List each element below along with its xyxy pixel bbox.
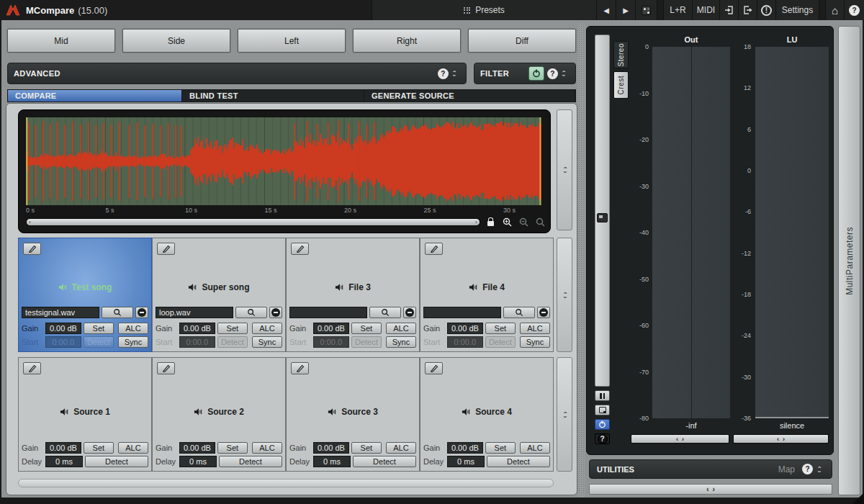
map-button[interactable]: Map [778, 464, 802, 474]
advanced-bar[interactable]: ADVANCED ? ›› [7, 63, 467, 84]
alc-button[interactable]: ALC [252, 442, 282, 454]
sync-button[interactable]: Sync [520, 336, 550, 348]
edit-button[interactable] [425, 362, 443, 374]
out-meter[interactable] [652, 47, 730, 418]
import-settings-button[interactable] [719, 0, 738, 20]
source-slot-2[interactable]: Source 2 Gain 0.00 dB Set ALC Delay 0 ms… [152, 357, 286, 472]
detect-button[interactable]: Detect [85, 456, 148, 467]
edit-button[interactable] [291, 243, 309, 255]
gain-value[interactable]: 0.00 dB [45, 323, 81, 334]
tab-blind-test[interactable]: BLIND TEST [182, 90, 364, 102]
waveform-scrollbar[interactable]: ‹ › [26, 218, 480, 226]
waveform-display[interactable] [26, 117, 541, 205]
filter-bar[interactable]: FILTER ? ›› [474, 63, 576, 84]
side-button[interactable]: Side [122, 29, 230, 53]
diff-button[interactable]: Diff [468, 29, 576, 53]
browse-file-button[interactable] [235, 307, 267, 318]
zoom-in-button[interactable] [501, 217, 513, 228]
file-name-input[interactable] [289, 307, 367, 318]
export-settings-button[interactable] [738, 0, 757, 20]
detect-button[interactable]: Detect [84, 336, 114, 348]
waveform-resize-strip[interactable]: ›› [557, 109, 572, 230]
file-slot-3[interactable]: File 3 Gain 0.00 dB Set ALC Start 0:00.0… [286, 238, 420, 352]
file-row-resize-strip[interactable]: ›› [557, 238, 572, 352]
source-slot-1[interactable]: Source 1 Gain 0.00 dB Set ALC Delay 0 ms… [18, 357, 152, 472]
remove-file-button[interactable] [403, 307, 416, 318]
lu-meter-scrollbar[interactable]: ‹› [733, 434, 829, 444]
file-name-input[interactable] [156, 307, 233, 318]
set-button[interactable]: Set [84, 442, 114, 454]
browse-file-button[interactable] [102, 307, 133, 318]
start-value[interactable]: 0:00.0 [45, 336, 81, 348]
filter-help-icon[interactable]: ? [547, 68, 558, 79]
alc-button[interactable]: ALC [118, 442, 148, 454]
alc-button[interactable]: ALC [520, 442, 550, 454]
file-slot-2[interactable]: Super song Gain 0.00 dB Set ALC Start 0:… [152, 238, 286, 352]
delay-value[interactable]: 0 ms [313, 456, 351, 467]
midi-button[interactable]: MIDI [692, 0, 719, 20]
meter-power-button[interactable] [595, 419, 610, 430]
start-value[interactable]: 0:00.0 [179, 336, 215, 348]
sync-button[interactable]: Sync [118, 336, 148, 348]
next-preset-button[interactable]: ▶ [616, 0, 635, 20]
panel-horizontal-scrollbar[interactable] [18, 479, 554, 487]
set-button[interactable]: Set [351, 442, 382, 454]
gain-value[interactable]: 0.00 dB [313, 442, 349, 454]
alc-button[interactable]: ALC [386, 442, 416, 454]
remove-file-button[interactable] [269, 307, 282, 318]
filter-collapse-control[interactable]: ›› [558, 69, 570, 78]
alc-button[interactable]: ALC [118, 323, 148, 334]
edit-button[interactable] [157, 243, 175, 255]
file-slot-1[interactable]: Test song Gain 0.00 dB Set ALC Start 0:0… [18, 238, 152, 352]
advanced-collapse-control[interactable]: ›› [449, 69, 460, 78]
edit-button[interactable] [157, 362, 175, 374]
sync-button[interactable]: Sync [386, 336, 416, 348]
settings-button[interactable]: Settings [775, 0, 819, 20]
alc-button[interactable]: ALC [386, 323, 416, 334]
gain-value[interactable]: 0.00 dB [447, 323, 483, 334]
gain-value[interactable]: 0.00 dB [45, 442, 81, 454]
delay-value[interactable]: 0 ms [179, 456, 217, 467]
gain-value[interactable]: 0.00 dB [447, 442, 483, 454]
meter-help-button[interactable]: ? [595, 433, 610, 444]
detect-button[interactable]: Detect [219, 456, 282, 467]
set-button[interactable]: Set [217, 442, 248, 454]
utilities-bar[interactable]: UTILITIES Map ? ›› [589, 459, 832, 479]
tab-compare[interactable]: COMPARE [8, 90, 182, 102]
start-value[interactable]: 0:00.0 [447, 336, 483, 348]
browse-file-button[interactable] [503, 307, 535, 318]
home-button[interactable]: ⌂ [825, 0, 844, 20]
slider-handle-icon[interactable] [597, 213, 608, 222]
set-button[interactable]: Set [84, 323, 114, 334]
remove-file-button[interactable] [537, 307, 550, 318]
browse-file-button[interactable] [369, 307, 401, 318]
source-row-resize-strip[interactable]: ›› [557, 357, 572, 472]
delay-value[interactable]: 0 ms [45, 456, 83, 467]
meter-range-slider[interactable] [595, 35, 610, 387]
gain-value[interactable]: 0.00 dB [179, 323, 215, 334]
edit-button[interactable] [425, 243, 443, 255]
edit-button[interactable] [23, 362, 41, 374]
meter-layout-button[interactable] [595, 405, 610, 415]
set-button[interactable]: Set [351, 323, 382, 334]
mid-button[interactable]: Mid [7, 29, 115, 53]
edit-button[interactable] [291, 362, 309, 374]
multiparameters-strip[interactable]: MultiParameters [838, 26, 860, 495]
tab-generate-source[interactable]: GENERATE SOURCE [364, 90, 575, 102]
right-panel-scrollbar[interactable]: ‹› [589, 484, 832, 495]
set-button[interactable]: Set [217, 323, 248, 334]
alc-button[interactable]: ALC [252, 323, 282, 334]
right-button[interactable]: Right [353, 29, 461, 53]
meter-pause-button[interactable] [595, 390, 610, 401]
set-button[interactable]: Set [485, 442, 516, 454]
presets-button[interactable]: Presets [372, 0, 596, 20]
detect-button[interactable]: Detect [487, 456, 550, 467]
gain-value[interactable]: 0.00 dB [313, 323, 349, 334]
file-name-input[interactable] [22, 307, 99, 318]
alc-button[interactable]: ALC [520, 323, 550, 334]
zoom-reset-button[interactable] [534, 217, 546, 228]
lock-button[interactable] [485, 217, 497, 228]
panel-divider[interactable] [578, 23, 585, 497]
sync-button[interactable]: Sync [252, 336, 282, 348]
gain-value[interactable]: 0.00 dB [179, 442, 215, 454]
